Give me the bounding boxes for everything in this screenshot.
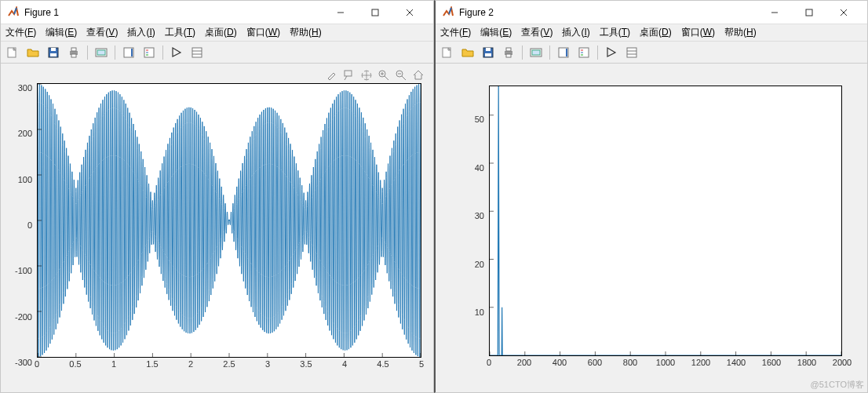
zoom-in-icon[interactable] <box>377 68 391 82</box>
x-tick-label: 2 <box>188 359 193 369</box>
menu-v[interactable]: 查看(V) <box>521 26 553 39</box>
pan-icon[interactable] <box>359 68 374 82</box>
menu-w[interactable]: 窗口(W) <box>681 26 715 39</box>
x-tick-label: 1 <box>111 359 116 369</box>
zoom-out-icon[interactable] <box>394 68 408 82</box>
edit-plot-button[interactable] <box>603 44 620 61</box>
x-tick-label: 1400 <box>727 358 746 367</box>
x-tick-label: 0 <box>487 358 491 367</box>
open-property-inspector-button[interactable] <box>623 44 640 61</box>
titlebar[interactable]: Figure 1 <box>1 1 433 24</box>
toolbar-separator <box>597 45 598 60</box>
maximize-button[interactable] <box>792 2 826 24</box>
toolbar-separator <box>162 45 163 60</box>
svg-rect-63 <box>579 48 589 57</box>
x-tick-label: 3 <box>265 359 270 369</box>
svg-line-24 <box>385 76 388 80</box>
insert-legend-button[interactable] <box>140 44 158 61</box>
close-button[interactable] <box>826 2 861 24</box>
svg-rect-1 <box>372 9 378 16</box>
new-figure-button[interactable] <box>439 44 456 61</box>
minimize-button[interactable] <box>757 2 792 24</box>
plot-line <box>490 86 841 355</box>
svg-rect-55 <box>485 53 491 56</box>
window-controls <box>323 2 427 24</box>
svg-rect-57 <box>506 48 511 51</box>
figure-window-2: Figure 2 文件(F)编辑(E)查看(V)插入(I)工具(T)桌面(D)窗… <box>434 0 868 393</box>
x-tick-label: 1200 <box>691 358 710 367</box>
insert-colorbar-button[interactable] <box>555 44 572 61</box>
close-button[interactable] <box>392 2 427 24</box>
open-file-button[interactable] <box>459 44 476 61</box>
x-tick-label: 400 <box>553 358 567 367</box>
new-figure-button[interactable] <box>4 44 21 61</box>
x-tick-label: 1800 <box>797 358 816 367</box>
save-figure-button[interactable] <box>480 44 497 61</box>
menu-d[interactable]: 桌面(D) <box>205 26 237 39</box>
svg-rect-10 <box>71 54 76 57</box>
toolbar-separator <box>549 45 550 60</box>
axes-2[interactable] <box>489 86 842 356</box>
insert-legend-button[interactable] <box>575 44 593 61</box>
svg-rect-67 <box>627 48 636 57</box>
menu-e[interactable]: 编辑(E) <box>480 26 512 39</box>
svg-rect-12 <box>97 50 105 55</box>
link-axes-button[interactable] <box>527 44 545 61</box>
x-tick-label: 5 <box>419 359 424 369</box>
menu-w[interactable]: 窗口(W) <box>246 26 280 39</box>
link-axes-button[interactable] <box>93 44 110 61</box>
x-tick-label: 1000 <box>656 358 675 367</box>
plot-canvas-area: @51CTO博客 0200400600800100012001400160018… <box>436 64 867 392</box>
minimize-button[interactable] <box>323 2 358 24</box>
open-file-button[interactable] <box>24 44 42 61</box>
axes-toolbar <box>325 68 425 82</box>
x-tick-label: 2000 <box>833 358 852 367</box>
print-figure-button[interactable] <box>65 44 82 61</box>
home-icon[interactable] <box>411 68 425 82</box>
menu-h[interactable]: 帮助(H) <box>724 26 757 39</box>
menu-v[interactable]: 查看(V) <box>86 26 118 39</box>
svg-rect-6 <box>51 48 56 51</box>
x-tick-label: 1.5 <box>146 359 158 369</box>
svg-rect-62 <box>566 49 567 56</box>
svg-rect-9 <box>71 48 76 51</box>
menu-e[interactable]: 编辑(E) <box>46 26 77 39</box>
axes-1[interactable] <box>37 83 421 358</box>
menubar: 文件(F)编辑(E)查看(V)插入(I)工具(T)桌面(D)窗口(W)帮助(H) <box>1 24 433 42</box>
menu-d[interactable]: 桌面(D) <box>640 26 672 39</box>
maximize-button[interactable] <box>358 2 392 24</box>
x-tick-label: 4.5 <box>377 359 388 369</box>
menu-h[interactable]: 帮助(H) <box>290 26 322 39</box>
edit-plot-button[interactable] <box>168 44 185 61</box>
window-title: Figure 2 <box>459 7 757 18</box>
menu-i[interactable]: 插入(I) <box>127 26 155 39</box>
menu-i[interactable]: 插入(I) <box>562 26 589 39</box>
x-tick-label: 3.5 <box>300 359 312 369</box>
x-tick-label: 4 <box>342 359 347 369</box>
menu-t[interactable]: 工具(T) <box>600 26 630 39</box>
data-cursor-icon[interactable] <box>342 68 356 82</box>
svg-line-28 <box>402 76 406 80</box>
plot-line <box>38 84 421 357</box>
open-property-inspector-button[interactable] <box>188 44 206 61</box>
brush-icon[interactable] <box>325 68 339 82</box>
x-tick-label: 800 <box>623 358 637 367</box>
x-tick-label: 0.5 <box>69 359 81 369</box>
svg-rect-19 <box>192 48 202 57</box>
svg-rect-7 <box>50 53 57 56</box>
titlebar[interactable]: Figure 2 <box>436 1 867 24</box>
figure-window-1: Figure 1 文件(F)编辑(E)查看(V)插入(I)工具(T)桌面(D)窗… <box>0 0 434 393</box>
toolbar <box>1 42 433 64</box>
menu-t[interactable]: 工具(T) <box>165 26 195 39</box>
toolbar-separator <box>87 45 88 60</box>
matlab-icon <box>442 6 454 19</box>
x-tick-label: 0 <box>35 359 39 369</box>
save-figure-button[interactable] <box>45 44 62 61</box>
svg-rect-22 <box>345 71 352 76</box>
menu-f[interactable]: 文件(F) <box>5 26 36 39</box>
insert-colorbar-button[interactable] <box>120 44 137 61</box>
menu-f[interactable]: 文件(F) <box>440 26 471 39</box>
print-figure-button[interactable] <box>500 44 517 61</box>
toolbar-separator <box>115 45 115 60</box>
svg-rect-15 <box>144 48 154 57</box>
